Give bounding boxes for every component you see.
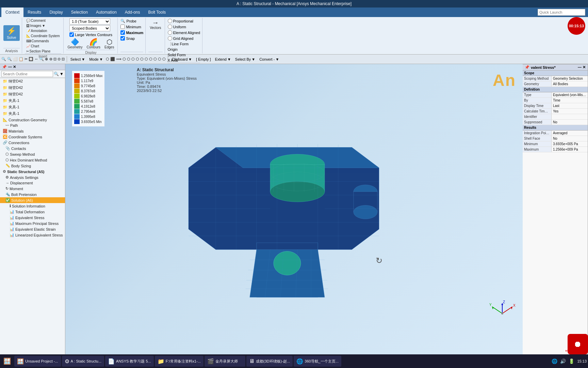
commands-icon: ⌨ xyxy=(26,39,31,43)
viewport[interactable]: A: Static Structural Equivalent Stress T… xyxy=(65,64,523,354)
outline-item[interactable]: ↻Moment xyxy=(0,186,65,191)
taskbar-item[interactable]: 📁F:\常用备注资料x1-... xyxy=(155,356,203,367)
start-icon[interactable]: 🪟 xyxy=(1,357,13,365)
outline-item[interactable]: 📐Construction Geometry xyxy=(0,117,65,123)
taskbar-item[interactable]: 🎬金丹录屏大师 xyxy=(205,356,245,367)
taskbar-item-icon: ⚙ xyxy=(65,358,69,365)
outline-item[interactable]: 🔩Bolt Pretension xyxy=(0,191,65,197)
detail-key-calc-time: Calculate Time History xyxy=(523,109,552,114)
section-plane-button[interactable]: ✂ Section Plane xyxy=(25,49,52,53)
tab-addons[interactable]: Add-ons xyxy=(121,7,144,17)
outline-item[interactable]: 🧱Materials xyxy=(0,128,65,134)
scale-dropdown[interactable]: 1.0 (True Scale) xyxy=(69,18,110,25)
outline-item[interactable]: 📁纳管D42 xyxy=(0,91,65,97)
tab-automation[interactable]: Automation xyxy=(92,7,121,17)
outline-item[interactable]: 📁纳管D42 xyxy=(0,78,65,85)
convert-button[interactable]: Convert - ▼ xyxy=(258,57,280,62)
annotation-button[interactable]: 📝 Annotation xyxy=(25,29,49,33)
outline-item[interactable]: ⚙Analysis Settings xyxy=(0,174,65,180)
edges-button[interactable]: ⬡ Edges xyxy=(103,38,115,50)
element-aligned-label: Element Aligned xyxy=(173,31,200,35)
outline-item[interactable]: 📊Equivalent Stress xyxy=(0,215,65,220)
outline-item[interactable]: ✅Solution (A6) xyxy=(0,197,65,203)
element-aligned-radio[interactable] xyxy=(168,30,172,35)
legend-label: 2.7954e8 xyxy=(81,110,95,113)
outline-item[interactable]: 📁纳管D42 xyxy=(0,85,65,91)
tab-display[interactable]: Display xyxy=(45,7,67,17)
geometry-button[interactable]: 🔷 Geometry xyxy=(66,38,84,50)
taskbar-item[interactable]: ⚙A : Static Structu... xyxy=(62,356,104,367)
detail-panel: 📌 valent Stress* — ✕ Scope Scoping Metho… xyxy=(523,64,588,354)
outline-item[interactable]: 📏Body Sizing xyxy=(0,163,65,169)
outline-item[interactable]: 📁夹具-1 xyxy=(0,110,65,117)
outline-item[interactable]: 📊Total Deformation xyxy=(0,209,65,215)
outline-item-label: Sweep Method xyxy=(10,152,35,156)
chart-button[interactable]: 📈 Chart xyxy=(25,44,40,48)
maximum-checkbox[interactable] xyxy=(120,30,125,35)
proportional-label: Proportional xyxy=(173,19,193,23)
quick-launch-area xyxy=(538,9,585,16)
large-vertex-checkbox[interactable] xyxy=(69,32,74,37)
snap-checkbox[interactable] xyxy=(120,36,125,41)
select-button[interactable]: Select ▼ xyxy=(69,57,86,62)
solve-button[interactable]: ⚡ Solve xyxy=(3,25,20,41)
mode-button[interactable]: Mode ▼ xyxy=(88,57,104,62)
tab-selection[interactable]: Selection xyxy=(67,7,92,17)
solve-icon: ⚡ xyxy=(7,27,16,35)
outline-item[interactable]: 📊Equivalent Elastic Strain xyxy=(0,226,65,232)
annotation-label: Annotation xyxy=(31,29,47,33)
vectors-button[interactable]: → Vectors xyxy=(148,18,162,30)
outline-item[interactable]: 📁夹具-1 xyxy=(0,104,65,110)
proportional-radio[interactable] xyxy=(168,19,172,23)
tab-bolt-tools[interactable]: Bolt Tools xyxy=(144,7,170,17)
minimum-checkbox[interactable] xyxy=(120,25,125,29)
scoped-bodies-dropdown[interactable]: Scoped Bodies xyxy=(69,25,110,31)
snap-label: Snap xyxy=(126,36,135,41)
quick-launch-input[interactable] xyxy=(538,9,585,16)
outline-item[interactable]: 📎Contacts xyxy=(0,145,65,151)
detail-key-suppressed: Suppressed xyxy=(523,120,552,125)
outline-item-label: Connections xyxy=(9,141,29,145)
outline-item[interactable]: 📁夹具-1 xyxy=(0,97,65,104)
taskbar-item[interactable]: 🪟Unsaved Project -... xyxy=(14,356,61,367)
outline-search-input[interactable] xyxy=(1,71,53,77)
select-by-button[interactable]: Select By ▼ xyxy=(234,57,257,62)
taskbar-item[interactable]: 📄ANSYS 教学习题 5... xyxy=(105,356,154,367)
detail-key-averaging: Integration Point Results xyxy=(523,131,552,136)
taskbar-item-label: 金丹录屏大师 xyxy=(215,359,238,364)
taskbar-item[interactable]: 🌐360导航_一个主页... xyxy=(294,356,341,367)
record-button[interactable]: ⏺ xyxy=(568,334,588,354)
model-title: A: Static Structural xyxy=(137,67,197,72)
sys-icon-battery[interactable]: 🔋 xyxy=(569,358,574,364)
outline-item[interactable]: 🔗Connections xyxy=(0,140,65,145)
sys-icon-network[interactable]: 🌐 xyxy=(552,358,557,364)
sys-icon-sound[interactable]: 🔊 xyxy=(560,358,566,364)
uniform-radio[interactable] xyxy=(168,25,172,29)
tab-context[interactable]: Context xyxy=(1,7,23,17)
probe-icon: 🔍 xyxy=(120,19,125,23)
comment-button[interactable]: 💬 Comment xyxy=(25,18,47,23)
images-dropdown-icon: ▼ xyxy=(42,24,45,28)
section-plane-icon: ✂ xyxy=(26,49,29,53)
ribbon-tabs: Context Results Display Selection Automa… xyxy=(0,7,588,17)
legend-item: 5.587e8 xyxy=(74,99,102,104)
legend-item: 1.3995e8 xyxy=(74,114,102,119)
taskbar-item[interactable]: 🖥成都(3D环绕板)-赵... xyxy=(246,356,293,367)
tab-results[interactable]: Results xyxy=(23,7,45,17)
outline-item[interactable]: ℹSolution Information xyxy=(0,203,65,209)
extend-button[interactable]: Extend ▼ xyxy=(214,57,232,62)
coordinate-system-button[interactable]: 📐 Coordinate System xyxy=(25,34,61,38)
commands-button[interactable]: ⌨ Commands xyxy=(25,39,50,43)
outline-item[interactable]: ⬡Sweep Method xyxy=(0,151,65,157)
images-button[interactable]: 🖼 Images ▼ xyxy=(25,24,47,28)
detail-key-geom-method: Scoping Method xyxy=(523,76,552,81)
outline-item[interactable]: 〰Path xyxy=(0,123,65,128)
contours-button[interactable]: 🌈 Contours xyxy=(85,38,102,50)
outline-item[interactable]: ⚙Static Structural (A5) xyxy=(0,169,65,174)
outline-item[interactable]: →Displacement xyxy=(0,180,65,186)
outline-item[interactable]: 🔀Coordinate Systems xyxy=(0,134,65,140)
outline-item[interactable]: 📊Linearized Equivalent Stress xyxy=(0,232,65,238)
outline-item[interactable]: ⬡Hex Dominant Method xyxy=(0,157,65,163)
grid-aligned-radio[interactable] xyxy=(168,36,172,41)
outline-item[interactable]: 📊Maximum Principal Stress xyxy=(0,220,65,226)
